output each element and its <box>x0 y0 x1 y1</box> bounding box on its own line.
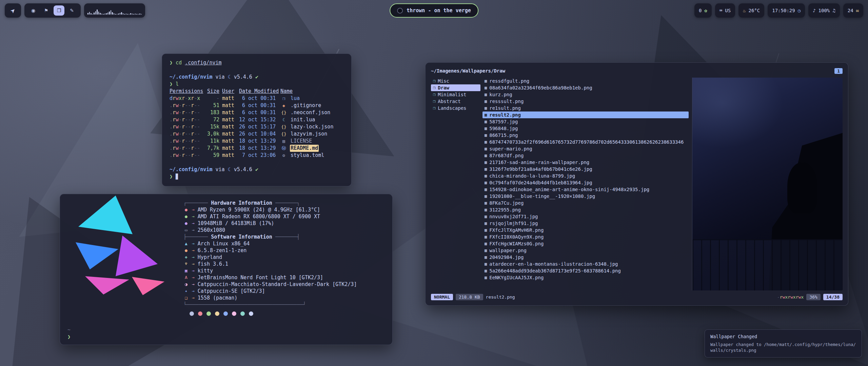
file-row[interactable]: ▦ wallpaper.png <box>482 247 689 254</box>
visualizer-bar <box>132 14 133 15</box>
file-row[interactable]: ▦ 866715.png <box>482 132 689 139</box>
visualizer-bar <box>111 10 112 15</box>
image-file-icon: ▦ <box>485 111 487 118</box>
volume-label: 100% <box>818 8 830 13</box>
visualizer-island <box>84 3 145 18</box>
file-row[interactable]: ▦ 217167-sad-anime-rain-wallpaper.png <box>482 159 689 166</box>
file-row[interactable]: ▦ FXfcHgcWIAMzs0G.png <box>482 240 689 247</box>
directory-row[interactable]: ❒ Abstract <box>431 98 480 105</box>
visualizer-bar <box>87 13 88 15</box>
arrow-icon: → <box>192 254 195 261</box>
file-row[interactable]: ▦ chica-mirando-la-luna-8799.jpg <box>482 172 689 179</box>
file-date: 6 oct 00:31 <box>239 109 278 116</box>
visualizer-bar <box>92 14 93 15</box>
file-row[interactable]: ▦ result2.png <box>482 111 689 118</box>
lua-version: v5.4.6 <box>234 166 252 172</box>
file-row[interactable]: ▦ 87r687df.png <box>482 152 689 159</box>
file-row[interactable]: ▦ atardecer-en-la-montanas-ilustracion-6… <box>482 261 689 267</box>
workspace-button[interactable]: ◉ <box>28 5 39 16</box>
workspace-button[interactable]: ❒ <box>54 5 64 16</box>
visualizer-bar <box>126 14 127 15</box>
file-row[interactable]: ▦ ressdfgult.png <box>482 78 689 84</box>
image-file-icon: ▦ <box>485 186 487 193</box>
notification-popup[interactable]: Wallpaper Changed Wallpaper changed to /… <box>705 329 862 358</box>
file-name: 596848.jpg <box>489 125 518 132</box>
file-name: FXfcJlTXgAMvH6R.png <box>489 227 544 233</box>
status-right: -rwxrwxrwx 36% 14/38 <box>777 294 843 300</box>
image-file-icon: ▦ <box>485 227 487 233</box>
bell-icon: ✉ <box>856 8 859 13</box>
file-name: FXfcII0X0AQyn9X.png <box>489 233 544 240</box>
permissions: .rw-r--r-- <box>170 152 202 159</box>
directory-row[interactable]: ❒ Minimalist <box>431 91 480 98</box>
file-row[interactable]: ▦ 08a634fa02a32364f69ebc86a98eb1eb.png <box>482 84 689 91</box>
workspace-button[interactable]: ✎ <box>66 5 77 16</box>
workspace-button[interactable]: ⚑ <box>41 5 52 16</box>
file-row[interactable]: ▦ 154928-odinokoe_anime-art-anime-okno-s… <box>482 186 689 193</box>
directory-row[interactable]: ❒ Landscapes <box>431 105 480 111</box>
file-row[interactable]: ▦ FXfcJlTXgAMvH6R.png <box>482 227 689 233</box>
permissions: .rw-r--r-- <box>170 145 202 152</box>
info-icon: ● <box>183 206 189 213</box>
file-name: 87r687df.png <box>489 152 524 159</box>
fetch-prompt[interactable]: ~ ❯ <box>67 326 71 341</box>
notifications-module[interactable]: 24 ✉ <box>843 3 863 18</box>
file-row[interactable]: ▦ super-mario.png <box>482 145 689 152</box>
arrow-icon: → <box>192 294 195 301</box>
file-row[interactable]: ▦ 5a266e448add93deab367d87173e9f25-68378… <box>482 267 689 274</box>
file-name: resssult.png <box>489 98 524 105</box>
arrow-icon: → <box>192 247 195 254</box>
file-name: 3126f7e9bbf21a8a4af0b67b041c6e26.jpg <box>489 166 592 172</box>
file-name: lazy-lock.json <box>290 123 334 130</box>
directory-row[interactable]: ❒ Draw <box>431 84 480 91</box>
clock-module[interactable]: 17:50:29 ◷ <box>768 3 805 18</box>
file-row[interactable]: ▦ 596848.jpg <box>482 125 689 132</box>
file-row[interactable]: ▦ kurz.png <box>482 91 689 98</box>
info-text: AMD Ryzen 9 5900X (24) @ 4.9GHz [61.3°C] <box>198 206 320 213</box>
mic-icon: ♫ <box>832 8 835 13</box>
visualizer-bar <box>114 13 115 15</box>
temperature-module[interactable]: ♨ 26°C <box>738 3 764 18</box>
file-size: - <box>204 95 219 102</box>
visualizer-bar <box>123 13 124 15</box>
file-row[interactable]: ▦ 68747470733a2f2f696d616765732d7769786d… <box>482 139 689 145</box>
file-row[interactable]: ▦ 8FKa7Cu.jpeg <box>482 200 689 206</box>
file-row[interactable]: ▦ re1sult.png <box>482 105 689 111</box>
info-text: Arch Linux x86_64 <box>198 240 250 247</box>
visualizer-bar <box>103 14 104 15</box>
file-row[interactable]: ▦ nnvuv0xj2df71.jpg <box>482 213 689 220</box>
file-manager-header: ~/Imagenes/Wallpapers/Draw 1 <box>431 67 843 75</box>
volume-module[interactable]: ♪ 100% ♫ <box>808 3 840 18</box>
info-text: 6.5.8-zen1-1-zen <box>198 247 247 254</box>
visualizer-bar <box>95 11 96 15</box>
box-bottom-border: └──────────────────────────────────────┘ <box>183 301 357 308</box>
file-size: 72 <box>204 116 219 123</box>
file-row[interactable]: ▦ 587597.jpg <box>482 118 689 125</box>
file-name: FXfcHgcWIAMzs0G.png <box>489 240 544 247</box>
updates-module[interactable]: 0 ✿ <box>694 3 712 18</box>
file-row[interactable]: ▦ 0c794faf07de24a4db4d4fb1eb813964.jpg <box>482 179 689 186</box>
tab-indicator[interactable]: 1 <box>834 68 843 74</box>
list-position-badge: 14/38 <box>823 294 843 300</box>
file-row[interactable]: ▦ resssult.png <box>482 98 689 105</box>
file-row[interactable]: ▦ 3126f7e9bbf21a8a4af0b67b041c6e26.jpg <box>482 166 689 172</box>
file-row[interactable]: ▦ EeNKYgIUcAAJ5JX.png <box>482 274 689 281</box>
directory-row[interactable]: ❒ Misc <box>431 78 480 84</box>
file-name: init.lua <box>290 116 316 123</box>
file-name: result2.png <box>489 111 521 118</box>
keyboard-layout-module[interactable]: ⌨ US <box>715 3 735 18</box>
file-size: 15k <box>204 123 219 130</box>
file-row[interactable]: ▦ 19201080-__blue-tinge__-1920×1080.jpg <box>482 193 689 200</box>
file-name: 0c794faf07de24a4db4d4fb1eb813964.jpg <box>489 179 592 186</box>
launcher-button[interactable]: ➤ <box>8 6 18 15</box>
file-row[interactable]: ▦ 20492984.jpg <box>482 254 689 261</box>
preview-figure-silhouette <box>787 163 817 214</box>
file-entry-row: .rw-r--r-- 59 matt 7 oct 23:06 ⚙ stylua.… <box>170 152 344 159</box>
info-line: ● → 10948MiB / 64183MiB (17%) <box>183 220 357 227</box>
file-row[interactable]: ▦ 3122955.png <box>482 206 689 213</box>
file-row[interactable]: ▦ FXfcII0X0AQyn9X.png <box>482 233 689 240</box>
mode-badge: NORMAL <box>431 294 453 300</box>
prompt-input-line[interactable]: ❯ ▊ <box>170 173 344 180</box>
media-player-pill[interactable]: thrown - on the verge <box>390 3 478 18</box>
file-row[interactable]: ▦ rsjqojlmjhf91.jpg <box>482 220 689 227</box>
